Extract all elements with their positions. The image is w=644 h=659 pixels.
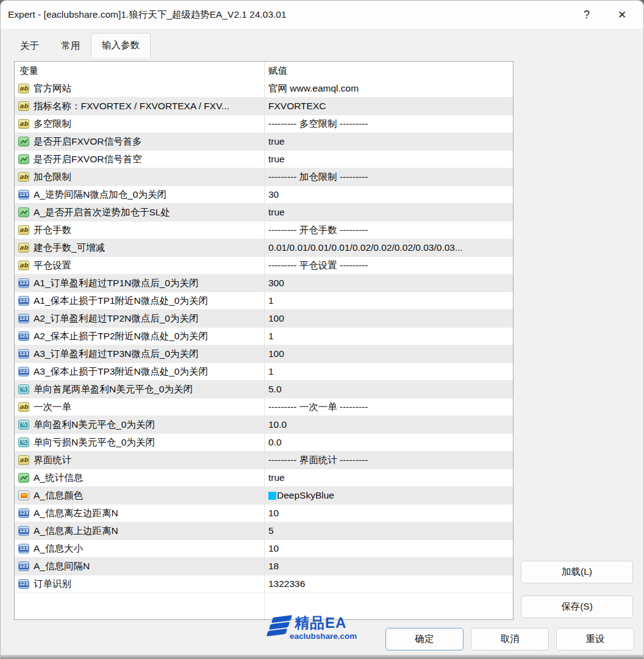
bool-param-icon: [18, 473, 29, 483]
param-label-cell: 是否开启FXVOR信号首空: [15, 153, 264, 166]
int-param-icon: 123: [18, 367, 29, 376]
param-value[interactable]: --------- 多空限制 ---------: [264, 118, 513, 131]
ok-button[interactable]: 确定: [385, 628, 463, 650]
text-param-icon: ab: [18, 225, 29, 235]
param-value[interactable]: 300: [264, 278, 513, 289]
param-label: 建仓手数_可增减: [34, 242, 105, 254]
tab-bar: 关于常用输入参数: [9, 35, 151, 58]
param-label: 平仓设置: [34, 259, 71, 272]
param-label-cell: 123A_信息大小: [15, 542, 264, 555]
param-label: A_统计信息: [34, 472, 83, 484]
param-label-cell: A_是否开启首次逆势加仓于SL处: [15, 206, 264, 219]
param-label-cell: 123A2_保本止损于TP2附近N微点处_0为关闭: [15, 330, 264, 343]
param-value[interactable]: 1: [264, 331, 513, 342]
param-value[interactable]: 1: [264, 366, 513, 377]
param-value[interactable]: true: [264, 154, 513, 165]
param-value[interactable]: 0.0: [264, 437, 513, 448]
param-label-cell: 123A_信息离上边距离N: [15, 525, 264, 538]
param-value[interactable]: 官网 www.eamql.com: [264, 82, 513, 95]
param-value[interactable]: 1322336: [264, 578, 513, 589]
tab-常用[interactable]: 常用: [50, 35, 91, 58]
param-label: 指标名称：FXVORTEX / FXVORTEXA / FXV...: [34, 100, 229, 113]
param-label: 多空限制: [34, 118, 71, 131]
logo-subtitle: eaclubshare.com: [290, 632, 357, 641]
param-label-cell: 是否开启FXVOR信号首多: [15, 135, 264, 148]
text-param-icon: ab: [18, 402, 29, 412]
param-value[interactable]: true: [264, 207, 513, 218]
param-label: A2_保本止损于TP2附近N微点处_0为关闭: [34, 330, 208, 343]
load-button[interactable]: 加载(L): [521, 561, 633, 583]
param-label: A_信息间隔N: [34, 560, 90, 573]
param-label: A_信息离左边距离N: [34, 507, 118, 520]
param-value[interactable]: --------- 平仓设置 ---------: [264, 259, 513, 272]
parameters-table: 变量 赋值 ab官方网站官网 www.eamql.comab指标名称：FXVOR…: [14, 61, 513, 620]
param-label: 是否开启FXVOR信号首多: [34, 135, 141, 148]
param-label-cell: 123订单识别: [15, 578, 264, 591]
param-label-cell: A_统计信息: [15, 472, 264, 484]
param-label: 单向盈利N美元平仓_0为关闭: [34, 419, 155, 431]
text-param-icon: ab: [18, 455, 29, 465]
param-label-cell: ab平仓设置: [15, 259, 264, 272]
param-value[interactable]: 5.0: [264, 384, 513, 395]
text-param-icon: ab: [18, 101, 29, 111]
param-value[interactable]: --------- 一次一单 ---------: [264, 401, 513, 414]
int-param-icon: 123: [18, 296, 29, 306]
param-label: A1_订单盈利超过TP1N微点后_0为关闭: [34, 277, 198, 290]
param-label-cell: ab建仓手数_可增减: [15, 242, 264, 254]
column-header-variable: 变量: [15, 65, 264, 77]
param-label: A_信息离上边距离N: [34, 525, 118, 538]
param-label-cell: ½单向盈利N美元平仓_0为关闭: [15, 419, 264, 431]
param-value[interactable]: 10: [264, 508, 513, 519]
param-label-cell: ab界面统计: [15, 454, 264, 467]
param-label-cell: ½单向首尾两单盈利N美元平仓_0为关闭: [15, 383, 264, 396]
eaclubshare-logo: 精品EA eaclubshare.com: [267, 612, 376, 646]
param-value[interactable]: --------- 开仓手数 ---------: [264, 224, 513, 237]
bool-param-icon: [18, 207, 29, 217]
color-param-icon: [18, 491, 29, 500]
close-button[interactable]: ✕: [609, 4, 635, 25]
param-label-cell: 123A1_保本止损于TP1附近N微点处_0为关闭: [15, 295, 264, 308]
param-value[interactable]: 100: [264, 313, 513, 324]
param-value[interactable]: true: [264, 472, 513, 483]
param-label-cell: ½单向亏损N美元平仓_0为关闭: [15, 436, 264, 449]
param-value[interactable]: true: [264, 136, 513, 147]
param-label: 官方网站: [34, 82, 71, 95]
tab-关于[interactable]: 关于: [9, 35, 50, 58]
logo-icon: [268, 614, 292, 641]
param-value[interactable]: 5: [264, 525, 513, 536]
param-value[interactable]: 10: [264, 543, 513, 554]
double-param-icon: ½: [18, 384, 29, 394]
save-button[interactable]: 保存(S): [521, 596, 633, 618]
int-param-icon: 123: [18, 579, 29, 589]
color-swatch: [268, 492, 276, 500]
param-label: A_信息大小: [34, 542, 83, 555]
param-value[interactable]: --------- 加仓限制 ---------: [264, 171, 513, 184]
param-label-cell: ab一次一单: [15, 401, 264, 414]
double-param-icon: ½: [18, 420, 29, 430]
window-bottom-edge: [1, 655, 643, 659]
tab-输入参数[interactable]: 输入参数: [91, 33, 151, 58]
param-label-cell: ab官方网站: [15, 82, 264, 95]
param-value[interactable]: 10.0: [264, 419, 513, 430]
param-value[interactable]: 100: [264, 348, 513, 359]
cancel-button[interactable]: 取消: [471, 628, 549, 650]
param-value[interactable]: 30: [264, 189, 513, 200]
param-value[interactable]: FXVORTEXC: [264, 101, 513, 112]
param-value[interactable]: 1: [264, 295, 513, 306]
int-param-icon: 123: [18, 190, 29, 200]
column-header-value: 赋值: [264, 65, 513, 77]
window-title: Expert - [eaclubshare.com]1.狼行天下_超级趋势EA_…: [8, 9, 287, 21]
reset-button[interactable]: 重设: [556, 628, 634, 650]
param-label: 开仓手数: [34, 224, 71, 237]
param-value[interactable]: --------- 界面统计 ---------: [264, 454, 513, 467]
param-label: A3_订单盈利超过TP3N微点后_0为关闭: [34, 348, 198, 361]
param-value[interactable]: DeepSkyBlue: [264, 490, 513, 501]
param-label-cell: ab指标名称：FXVORTEX / FXVORTEXA / FXV...: [15, 100, 264, 113]
help-button[interactable]: ?: [574, 4, 599, 25]
text-param-icon: ab: [18, 261, 29, 270]
param-value[interactable]: 18: [264, 561, 513, 572]
int-param-icon: 123: [18, 331, 29, 341]
param-label: A3_保本止损于TP3附近N微点处_0为关闭: [34, 366, 208, 378]
double-param-icon: ½: [18, 438, 29, 447]
param-value[interactable]: 0.01/0.01/0.01/0.01/0.02/0.02/0.02/0.03/…: [264, 242, 513, 253]
